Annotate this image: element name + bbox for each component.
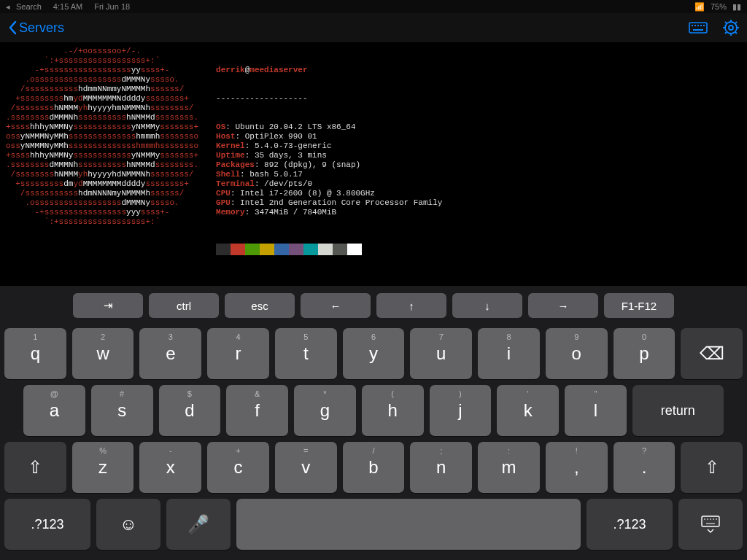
info-value: Intel 2nd Generation Core Processor Fami… (240, 198, 442, 207)
hide-keyboard-icon (700, 515, 721, 534)
palette-swatch (245, 244, 260, 255)
emoji-icon: ☺ (120, 514, 138, 534)
microphone-icon: 🎤 (187, 514, 209, 534)
key-n[interactable]: ;n (410, 442, 472, 493)
terminal-output[interactable]: .-/+oossssoo+/-. `:+ssssssssssssssssss+:… (0, 42, 747, 276)
svg-rect-17 (702, 516, 719, 526)
return-key[interactable]: return (632, 385, 724, 436)
key-r[interactable]: 4r (207, 328, 269, 379)
status-bar: ◂ Search 4:15 AM Fri Jun 18 📶 75% ▮▮ (0, 0, 747, 13)
info-label: Shell (216, 170, 240, 179)
key-t[interactable]: 5t (275, 328, 337, 379)
key-h[interactable]: (h (362, 385, 424, 436)
fn-key-ctrl[interactable]: ctrl (149, 293, 219, 318)
info-label: Terminal (216, 179, 255, 188)
info-label: Packages (216, 160, 255, 169)
info-value: Ubuntu 20.04.2 LTS x86_64 (235, 122, 355, 131)
dictation-key[interactable]: 🎤 (166, 499, 231, 550)
key-j[interactable]: )j (430, 385, 492, 436)
info-label: GPU (216, 198, 231, 207)
key-u[interactable]: 7u (410, 328, 472, 379)
function-key-row: ⇥ctrlesc←↑↓→F1-F12 (0, 286, 747, 322)
fn-key-fkeys[interactable]: F1-F12 (604, 293, 674, 318)
key-e[interactable]: 3e (139, 328, 201, 379)
key-a[interactable]: @a (23, 385, 85, 436)
switch-key-right[interactable]: .?123 (587, 499, 673, 550)
prompt-host: meediaserver (249, 66, 307, 74)
shift-key-left[interactable]: ⇧ (4, 442, 66, 493)
palette-swatch (216, 244, 231, 255)
emoji-key[interactable]: ☺ (96, 499, 160, 550)
svg-line-15 (725, 32, 727, 34)
fn-key-left[interactable]: ← (301, 293, 371, 318)
key-k[interactable]: 'k (497, 385, 559, 436)
info-label: OS (216, 122, 225, 131)
back-to-app-label[interactable]: Search (16, 2, 42, 11)
keyboard-icon[interactable] (689, 20, 708, 35)
backspace-key[interactable]: ⌫ (681, 328, 743, 379)
key-y[interactable]: 6y (343, 328, 405, 379)
keyboard-row-2: @a#s$d&f*g(h)j'k"lreturn (4, 385, 743, 436)
status-time: 4:15 AM (53, 2, 82, 11)
key-z[interactable]: %z (72, 442, 134, 493)
key-q[interactable]: 1q (4, 328, 66, 379)
shift-key-right[interactable]: ⇧ (681, 442, 743, 493)
info-label: Kernel (216, 141, 245, 150)
backspace-icon: ⌫ (700, 343, 724, 364)
wifi-icon: 📶 (694, 2, 705, 12)
info-value: Intel i7-2600 (8) @ 3.800GHz (240, 189, 375, 198)
svg-line-13 (725, 22, 727, 23)
key-i[interactable]: 8i (478, 328, 540, 379)
key-x[interactable]: -x (139, 442, 201, 493)
info-value: /dev/pts/0 (264, 179, 312, 188)
key-f[interactable]: &f (226, 385, 288, 436)
neofetch-logo: .-/+oossssoo+/-. `:+ssssssssssssssssss+:… (3, 47, 198, 271)
gear-icon[interactable] (722, 19, 740, 36)
key-d[interactable]: $d (159, 385, 221, 436)
keyboard-row-3: ⇧%z-x+c=v/b;n:m!,?.⇧ (4, 442, 743, 493)
svg-line-16 (735, 22, 737, 23)
key-g[interactable]: *g (294, 385, 356, 436)
key-o[interactable]: 9o (546, 328, 608, 379)
svg-point-8 (729, 26, 733, 30)
info-label: Host (216, 132, 235, 141)
key-w[interactable]: 2w (72, 328, 134, 379)
key-s[interactable]: #s (91, 385, 153, 436)
key-m[interactable]: :m (478, 442, 540, 493)
space-key[interactable] (236, 499, 581, 550)
fn-key-esc[interactable]: esc (225, 293, 295, 318)
info-value: 892 (dpkg), 9 (snap) (264, 160, 360, 169)
key-b[interactable]: /b (343, 442, 405, 493)
fn-key-down[interactable]: ↓ (452, 293, 522, 318)
chevron-left-icon (7, 20, 18, 35)
key-l[interactable]: "l (565, 385, 627, 436)
switch-key-left[interactable]: .?123 (4, 499, 90, 550)
key-c[interactable]: +c (207, 442, 269, 493)
back-to-app-icon[interactable]: ◂ (6, 2, 10, 12)
key-v[interactable]: =v (275, 442, 337, 493)
back-button[interactable]: Servers (7, 20, 64, 36)
svg-rect-5 (703, 25, 705, 26)
key-p[interactable]: 0p (614, 328, 676, 379)
keyboard-row-bottom: .?123 ☺ 🎤 .?123 (4, 499, 743, 550)
info-label: CPU (216, 189, 231, 198)
neofetch-info: derrik@meediaserver ------------------- … (198, 47, 442, 271)
key-punct[interactable]: ?. (614, 442, 676, 493)
palette-swatch (318, 244, 333, 255)
status-date: Fri Jun 18 (94, 2, 130, 11)
keyboard-row-1: 1q2w3e4r5t6y7u8i9o0p⌫ (4, 328, 743, 379)
battery-icon: ▮▮ (732, 2, 741, 12)
prompt-user: derrik (216, 66, 245, 74)
palette-swatch (260, 244, 274, 255)
fn-key-tab[interactable]: ⇥ (73, 293, 143, 318)
fn-key-right[interactable]: → (528, 293, 598, 318)
info-label: Uptime (216, 151, 245, 160)
svg-rect-4 (700, 25, 702, 26)
svg-rect-6 (693, 29, 703, 31)
back-label: Servers (19, 20, 64, 36)
palette-swatch (274, 244, 289, 255)
key-punct[interactable]: !, (546, 442, 608, 493)
hide-keyboard-key[interactable] (678, 499, 743, 550)
fn-key-up[interactable]: ↑ (376, 293, 446, 318)
battery-percent: 75% (711, 2, 727, 11)
